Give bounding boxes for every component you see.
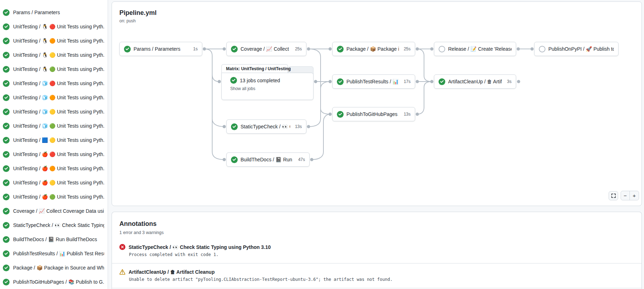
sidebar-item-unittest[interactable]: UnitTesting / 🍎 🟡 Unit Tests using Pyth.… bbox=[0, 176, 108, 190]
matrix-tab: Matrix: UnitTesting / UnitTesting bbox=[221, 64, 288, 73]
sidebar-item-unittest[interactable]: UnitTesting / 🐧 🟠 Unit Tests using Pyth.… bbox=[0, 34, 108, 48]
sidebar-item-buildthedocs[interactable]: BuildTheDocs / 📓 Run BuildTheDocs bbox=[0, 232, 108, 246]
sidebar-item-label: UnitTesting / 🍎 🔴 Unit Tests using Pyth.… bbox=[13, 151, 104, 157]
job-duration: 13s bbox=[402, 112, 411, 117]
zoom-in-button[interactable]: + bbox=[630, 191, 639, 200]
sidebar-item-label: PublishToGitHubPages / 📚 Publish to G... bbox=[13, 279, 104, 285]
sidebar-item-label: UnitTesting / 🍎 🟡 Unit Tests using Pyth.… bbox=[13, 180, 104, 185]
success-icon bbox=[3, 123, 10, 129]
sidebar-item-label: BuildTheDocs / 📓 Run BuildTheDocs bbox=[13, 237, 97, 242]
sidebar-item-label: UnitTesting / 🍎 🟠 Unit Tests using Pyth.… bbox=[13, 166, 104, 171]
warning-icon bbox=[119, 269, 125, 275]
sidebar-item-label: UnitTesting / 🧊 🟢 Unit Tests using Pyth.… bbox=[13, 123, 104, 129]
job-node-publishtestresults[interactable]: PublishTestResults / 📊 Pu... 17s bbox=[332, 74, 415, 89]
annotation-message: Process completed with exit code 1. bbox=[129, 252, 634, 257]
sidebar-item-publishtogithubpages[interactable]: PublishToGitHubPages / 📚 Publish to G... bbox=[0, 275, 108, 289]
success-icon bbox=[3, 179, 10, 186]
annotation-error-item: StaticTypeCheck / 👀 Check Static Typing … bbox=[112, 239, 642, 263]
zoom-out-button[interactable]: − bbox=[621, 191, 630, 200]
sidebar-item-label: UnitTesting / 🧊 🔴 Unit Tests using Pyth.… bbox=[13, 80, 104, 86]
sidebar-item-label: Params / Parameters bbox=[13, 10, 60, 15]
job-node-label: PublishOnPyPI / 🚀 Publish to ... bbox=[548, 46, 614, 52]
success-icon bbox=[439, 78, 445, 85]
sidebar-item-unittest[interactable]: UnitTesting / 🐧 🟢 Unit Tests using Pyth.… bbox=[0, 62, 108, 76]
job-duration: 47s bbox=[296, 157, 305, 162]
matrix-jobs-group[interactable]: 13 jobs completed Show all jobs bbox=[221, 73, 313, 100]
success-icon bbox=[3, 151, 10, 158]
success-icon bbox=[231, 123, 238, 130]
annotation-job-link[interactable]: ArtifactCleanUp / 🗑 Artifact Cleanup bbox=[129, 269, 215, 275]
sidebar-item-params[interactable]: Params / Parameters bbox=[0, 5, 108, 20]
sidebar-item-label: UnitTesting / 🐧 🟠 Unit Tests using Pyth.… bbox=[13, 38, 104, 44]
sidebar-item-package[interactable]: Package / 📦 Package in Source and Wh... bbox=[0, 261, 108, 275]
sidebar-item-unittest[interactable]: UnitTesting / 🧊 🟡 Unit Tests using Pyth.… bbox=[0, 105, 108, 119]
success-icon bbox=[3, 9, 10, 16]
job-node-publishtogithubpages[interactable]: PublishToGitHubPages / 📚 ... 13s bbox=[332, 107, 415, 121]
success-icon bbox=[3, 23, 10, 30]
sidebar-item-unittest[interactable]: UnitTesting / 🟦 🟡 Unit Tests using Pyth.… bbox=[0, 133, 108, 147]
job-node-publishonpypi[interactable]: PublishOnPyPI / 🚀 Publish to ... bbox=[534, 42, 618, 56]
zoom-control: − + bbox=[621, 191, 639, 200]
sidebar-item-coverage[interactable]: Coverage / 📈 Collect Coverage Data usi..… bbox=[0, 204, 108, 218]
sidebar-item-label: UnitTesting / 🧊 🟡 Unit Tests using Pyth.… bbox=[13, 109, 104, 115]
job-node-params[interactable]: Params / Parameters 1s bbox=[119, 42, 202, 56]
job-node-label: StaticTypeCheck / 👀 Chec... bbox=[241, 124, 290, 129]
fullscreen-button[interactable] bbox=[609, 191, 618, 200]
sidebar-item-label: Package / 📦 Package in Source and Wh... bbox=[13, 265, 104, 271]
sidebar-item-unittest[interactable]: UnitTesting / 🐧 🔴 Unit Tests using Pyth.… bbox=[0, 20, 108, 34]
sidebar-item-label: UnitTesting / 🧊 🟠 Unit Tests using Pyth.… bbox=[13, 95, 104, 100]
success-icon bbox=[3, 208, 10, 215]
success-icon bbox=[3, 52, 10, 59]
success-icon bbox=[337, 78, 344, 85]
sidebar-item-unittest[interactable]: UnitTesting / 🍎 🔴 Unit Tests using Pyth.… bbox=[0, 147, 108, 161]
sidebar-item-unittest[interactable]: UnitTesting / 🧊 🟢 Unit Tests using Pyth.… bbox=[0, 119, 108, 133]
success-icon bbox=[3, 137, 10, 144]
success-icon bbox=[3, 194, 10, 200]
job-node-package[interactable]: Package / 📦 Package in So... 25s bbox=[332, 42, 415, 56]
annotation-warning-item: ArtifactCleanUp / 🗑 Artifact Cleanup Una… bbox=[112, 263, 642, 288]
annotations-summary: 1 error and 3 warnings bbox=[119, 230, 634, 235]
skipped-icon bbox=[439, 46, 445, 52]
success-icon bbox=[3, 222, 10, 229]
job-node-statictypecheck[interactable]: StaticTypeCheck / 👀 Chec... 13s bbox=[226, 120, 306, 134]
sidebar-item-unittest[interactable]: UnitTesting / 🍎 🟠 Unit Tests using Pyth.… bbox=[0, 161, 108, 176]
job-node-coverage[interactable]: Coverage / 📈 Collect Cove... 25s bbox=[226, 42, 306, 56]
job-node-release[interactable]: Release / 📝 Create 'Release P... bbox=[434, 42, 516, 56]
sidebar-item-label: PublishTestResults / 📊 Publish Test Resu… bbox=[13, 251, 104, 256]
sidebar-item-label: UnitTesting / 🐧 🔴 Unit Tests using Pyth.… bbox=[13, 24, 104, 29]
annotation-message: Unable to delete artifact "pyTooling.CLI… bbox=[129, 277, 634, 282]
job-node-label: Release / 📝 Create 'Release P... bbox=[448, 46, 512, 52]
sidebar-item-label: UnitTesting / 🍎 🟢 Unit Tests using Pyth.… bbox=[13, 194, 104, 200]
annotations-panel: Annotations 1 error and 3 warnings Stati… bbox=[112, 212, 642, 289]
success-icon bbox=[3, 279, 10, 285]
job-duration: 25s bbox=[293, 46, 302, 51]
show-all-jobs-link[interactable]: Show all jobs bbox=[230, 86, 308, 91]
job-node-label: Coverage / 📈 Collect Cove... bbox=[241, 46, 290, 52]
sidebar-item-unittest[interactable]: UnitTesting / 🐧 🟡 Unit Tests using Pyth.… bbox=[0, 48, 108, 62]
job-node-buildthedocs[interactable]: BuildTheDocs / 📓 Run Buil... 47s bbox=[226, 152, 310, 167]
annotation-job-link[interactable]: StaticTypeCheck / 👀 Check Static Typing … bbox=[129, 244, 271, 250]
job-duration: 13s bbox=[293, 124, 302, 129]
job-duration: 17s bbox=[402, 79, 411, 84]
matrix-summary-text: 13 jobs completed bbox=[240, 78, 280, 83]
sidebar-item-unittest[interactable]: UnitTesting / 🧊 🟠 Unit Tests using Pyth.… bbox=[0, 90, 108, 105]
success-icon bbox=[3, 94, 10, 101]
job-node-artifactcleanup[interactable]: ArtifactCleanUp / 🗑 Artifac... 3s bbox=[434, 74, 516, 89]
success-icon bbox=[3, 109, 10, 115]
sidebar-item-unittest[interactable]: UnitTesting / 🍎 🟢 Unit Tests using Pyth.… bbox=[0, 190, 108, 204]
success-icon bbox=[3, 265, 10, 271]
sidebar-item-statictypecheck[interactable]: StaticTypeCheck / 👀 Check Static Typing.… bbox=[0, 218, 108, 232]
success-icon bbox=[124, 46, 131, 52]
success-icon bbox=[230, 77, 237, 84]
success-icon bbox=[231, 46, 238, 52]
job-node-label: PublishToGitHubPages / 📚 ... bbox=[346, 111, 399, 117]
success-icon bbox=[337, 111, 344, 118]
job-duration: 3s bbox=[505, 79, 512, 84]
sidebar-item-unittest[interactable]: UnitTesting / 🧊 🔴 Unit Tests using Pyth.… bbox=[0, 76, 108, 90]
sidebar-item-publishtestresults[interactable]: PublishTestResults / 📊 Publish Test Resu… bbox=[0, 246, 108, 261]
success-icon bbox=[231, 156, 238, 163]
success-icon bbox=[3, 66, 10, 73]
job-node-label: Params / Parameters bbox=[134, 46, 180, 52]
success-icon bbox=[3, 236, 10, 243]
workflow-file-title: Pipeline.yml bbox=[119, 9, 157, 17]
